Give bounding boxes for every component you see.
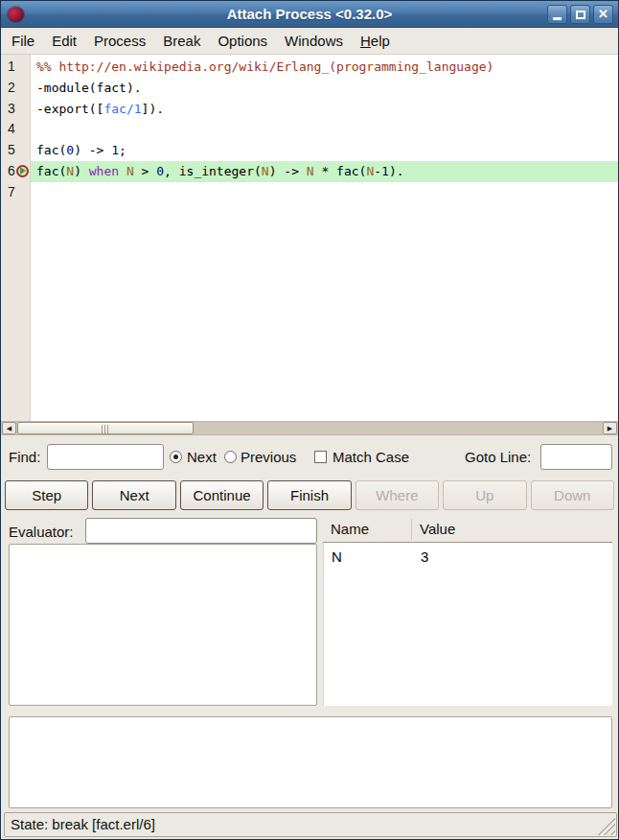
down-button[interactable]: Down	[531, 480, 614, 510]
find-row: Find: Next Previous Match Case Goto Line…	[1, 435, 618, 478]
maximize-icon	[576, 11, 585, 19]
match-case-label: Match Case	[332, 445, 409, 470]
code-line-2: 2-module(fact).	[1, 78, 618, 99]
menu-item-options[interactable]: Options	[209, 28, 276, 54]
trace-panel[interactable]	[9, 716, 612, 808]
line-number[interactable]: 2	[1, 78, 31, 99]
code-text	[31, 182, 618, 203]
find-next-label: Next	[187, 445, 217, 470]
line-number[interactable]: 1	[1, 57, 31, 78]
line-number[interactable]: 7	[1, 182, 31, 203]
finish-button[interactable]: Finish	[267, 480, 351, 510]
scroll-right-arrow-icon[interactable]: ▶	[603, 422, 617, 434]
bindings-body[interactable]: N3	[323, 543, 612, 706]
code-text: -module(fact).	[31, 78, 618, 99]
breakpoint-icon[interactable]	[16, 165, 29, 177]
window-title: Attach Process <0.32.0>	[1, 1, 618, 28]
close-button[interactable]: ✕	[593, 5, 613, 24]
window-controls: ✕	[547, 5, 613, 24]
status-text: State: break [fact.erl/6]	[11, 813, 155, 836]
find-previous-radio[interactable]	[224, 451, 237, 463]
find-previous-label: Previous	[241, 445, 296, 470]
title-bar[interactable]: Attach Process <0.32.0> ✕	[1, 1, 618, 28]
maximize-button[interactable]	[570, 5, 590, 24]
find-label: Find:	[9, 445, 40, 470]
code-text	[31, 119, 618, 140]
menu-bar: FileEditProcessBreakOptionsWindowsHelp	[1, 28, 618, 55]
code-line-5: 5fac(0) -> 1;	[1, 140, 618, 161]
step-button[interactable]: Step	[5, 480, 88, 510]
next-button[interactable]: Next	[92, 480, 175, 510]
binding-name: N	[332, 547, 342, 568]
code-line-7: 7	[1, 182, 618, 203]
evaluator-output[interactable]	[9, 544, 317, 706]
code-line-6: 6fac(N) when N > 0, is_integer(N) -> N *…	[1, 161, 618, 182]
attach-process-window: Attach Process <0.32.0> ✕ FileEditProces…	[0, 0, 619, 840]
line-number[interactable]: 6	[1, 161, 31, 182]
minimize-icon	[553, 17, 562, 20]
menu-item-file[interactable]: File	[3, 28, 43, 54]
code-text: fac(0) -> 1;	[31, 140, 618, 161]
scroll-left-arrow-icon[interactable]: ◀	[2, 422, 16, 434]
menu-item-help[interactable]: Help	[352, 28, 399, 54]
code-text: %% http://en.wikipedia.org/wiki/Erlang_(…	[31, 57, 618, 78]
where-button[interactable]: Where	[355, 480, 439, 510]
scrollbar-grip-icon	[102, 425, 110, 433]
bindings-value-column-header: Value	[420, 517, 455, 542]
binding-row[interactable]: N3	[324, 547, 612, 568]
code-line-1: 1%% http://en.wikipedia.org/wiki/Erlang_…	[1, 57, 618, 78]
continue-button[interactable]: Continue	[180, 480, 264, 510]
scrollbar-thumb[interactable]	[17, 422, 194, 434]
menu-item-break[interactable]: Break	[154, 28, 209, 54]
horizontal-scrollbar[interactable]: ◀ ▶	[1, 421, 618, 435]
debug-toolbar: StepNextContinueFinishWhereUpDown	[1, 478, 618, 513]
code-rows: 1%% http://en.wikipedia.org/wiki/Erlang_…	[1, 57, 618, 203]
menu-item-edit[interactable]: Edit	[43, 28, 85, 54]
match-case-checkbox[interactable]	[314, 451, 327, 463]
find-input[interactable]	[47, 444, 164, 470]
code-line-3: 3-export([fac/1]).	[1, 99, 618, 120]
menu-item-process[interactable]: Process	[85, 28, 154, 54]
code-line-4: 4	[1, 119, 618, 140]
current-line-arrow-icon	[20, 167, 26, 175]
up-button[interactable]: Up	[443, 480, 526, 510]
goto-line-input[interactable]	[540, 444, 612, 470]
menu-item-windows[interactable]: Windows	[276, 28, 352, 54]
code-text: -export([fac/1]).	[31, 99, 618, 120]
minimize-button[interactable]	[547, 5, 567, 24]
goto-line-label: Goto Line:	[465, 445, 531, 470]
evaluator-label: Evaluator:	[9, 520, 74, 545]
evaluator-input[interactable]	[85, 518, 317, 544]
line-number[interactable]: 4	[1, 119, 31, 140]
binding-value: 3	[421, 547, 428, 568]
line-number[interactable]: 5	[1, 140, 31, 161]
bindings-name-column-header: Name	[331, 517, 369, 542]
close-icon: ✕	[598, 6, 608, 23]
code-view[interactable]: 1%% http://en.wikipedia.org/wiki/Erlang_…	[1, 55, 618, 421]
find-next-radio[interactable]	[170, 451, 182, 463]
code-text: fac(N) when N > 0, is_integer(N) -> N * …	[31, 161, 618, 182]
column-separator	[411, 519, 412, 540]
status-bar: State: break [fact.erl/6]	[4, 812, 617, 837]
line-number[interactable]: 3	[1, 99, 31, 120]
resize-grip-icon[interactable]	[594, 814, 615, 835]
bindings-header: Name Value	[323, 517, 612, 543]
